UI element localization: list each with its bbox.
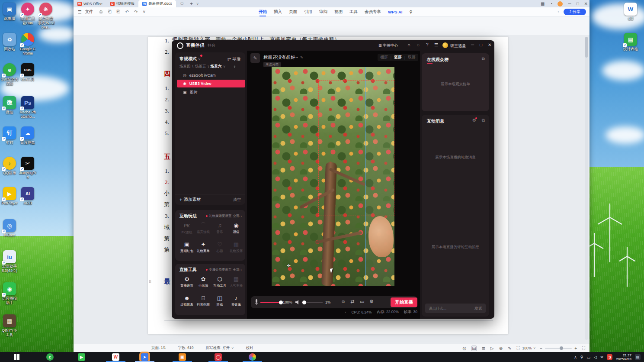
zoom-out-button[interactable]: − bbox=[540, 346, 542, 351]
source-image[interactable]: ▣图片 bbox=[180, 88, 245, 96]
tools-badge[interactable]: 专属会员更新至全部› bbox=[206, 268, 242, 272]
hamburger-icon[interactable]: ☰ bbox=[78, 10, 82, 14]
scrollbar-thumb[interactable] bbox=[585, 37, 588, 58]
split-guide-line[interactable] bbox=[365, 67, 365, 286]
close-button[interactable]: ✕ bbox=[488, 42, 491, 47]
menu-wps-ai[interactable]: WPS AI bbox=[388, 10, 402, 14]
taskbar-video-app[interactable]: ▶ bbox=[78, 353, 85, 361]
desktop-icon-wechat[interactable]: ↗微微信 bbox=[1, 96, 18, 114]
desktop-icon-spreadsheet[interactable]: ↗▤统计表格 bbox=[622, 33, 639, 51]
scrollbar-track[interactable] bbox=[585, 37, 588, 340]
tray-volume-icon[interactable]: ◁ bbox=[594, 355, 597, 359]
taskbar-obs[interactable]: ◯ bbox=[215, 353, 222, 361]
notification-center-icon[interactable]: ▤ bbox=[635, 354, 641, 360]
maximize-button[interactable]: □ bbox=[577, 1, 579, 6]
tab-active-doc[interactable]: W最新搭建.docx bbox=[138, 0, 176, 7]
tab-scene-5[interactable]: 场景五 bbox=[195, 64, 206, 69]
tray-display-icon[interactable]: ▭ bbox=[586, 355, 590, 359]
menu-file[interactable]: 文件 bbox=[85, 9, 93, 15]
start-live-button[interactable]: 开始直播 bbox=[391, 297, 417, 307]
desktop-icon-potplayer[interactable]: ↗▶PotPlayer bbox=[1, 187, 18, 205]
menu-tools[interactable]: 工具 bbox=[349, 9, 358, 15]
read-mode-icon[interactable]: ◎ bbox=[463, 346, 467, 351]
feature-pk-link[interactable]: PKPK连线 bbox=[179, 221, 195, 235]
desktop-icon-aizb[interactable]: ↗AIAIZB bbox=[19, 187, 36, 205]
taskbar-wps[interactable]: W bbox=[112, 353, 119, 361]
fullscreen-icon[interactable]: ⛶ bbox=[582, 346, 585, 351]
proofread[interactable]: 校对 bbox=[246, 346, 253, 351]
help-icon[interactable]: ? bbox=[426, 42, 429, 47]
message-settings-gear-icon[interactable]: ⚙ bbox=[472, 118, 476, 123]
feature-lucky-bag[interactable]: ◉福袋 bbox=[228, 221, 244, 234]
mic-slider[interactable] bbox=[260, 302, 281, 303]
desktop-icon-chrome[interactable]: ↗Google Chrome bbox=[19, 33, 36, 55]
zoom-in-button[interactable]: + bbox=[574, 346, 577, 351]
play-view-icon[interactable]: ▷ bbox=[490, 346, 494, 351]
add-material-button[interactable]: +添加素材 bbox=[179, 197, 201, 203]
bell-icon[interactable]: ◔ bbox=[557, 10, 559, 14]
popout-icon[interactable]: ⧉ bbox=[482, 56, 485, 61]
desktop-icon-jianghu-toolbox[interactable]: ↗✦江湖工具箱Run bbox=[19, 3, 36, 25]
add-scene-button[interactable]: + bbox=[233, 64, 236, 69]
tray-expand-icon[interactable]: ∧ bbox=[574, 355, 577, 359]
desktop-icon-dingtalk[interactable]: ↗钉钉钉 bbox=[1, 126, 18, 145]
clock[interactable]: 21:27 2025/4/28 bbox=[616, 353, 631, 361]
crop-guide-rect[interactable] bbox=[318, 80, 394, 216]
speaker-icon[interactable] bbox=[295, 300, 300, 305]
feature-wish[interactable]: ♡心愿 bbox=[211, 240, 228, 253]
desktop-icon-qinyy[interactable]: ▦QINYY小工具 bbox=[1, 314, 18, 337]
tool-sound-library[interactable]: ♪音效库 bbox=[228, 294, 244, 307]
director-button[interactable]: ⇄导播 bbox=[227, 56, 241, 62]
taskbar-360-browser[interactable]: e bbox=[46, 353, 54, 361]
menu-member[interactable]: 会员专享 bbox=[365, 9, 381, 15]
mirror-flip-icon[interactable]: ⇄ bbox=[350, 299, 354, 304]
tab-template-doc[interactable]: D找稿壳模板 bbox=[106, 0, 139, 7]
zoom-slider[interactable] bbox=[545, 348, 572, 349]
spell-check[interactable]: 拼写检查: 打开 bbox=[205, 346, 230, 351]
feature-red-packet[interactable]: ▣定期红包 bbox=[179, 240, 195, 253]
service-icon[interactable]: ◔ bbox=[550, 1, 552, 6]
tray-sogou-icon[interactable]: S bbox=[607, 354, 612, 360]
search-icon[interactable]: ⚲ bbox=[409, 10, 412, 14]
desktop-icon-broadcast[interactable]: ↗◉语音播报助手 bbox=[1, 282, 18, 305]
feature-music[interactable]: ♫音乐 bbox=[211, 221, 228, 234]
camera-icon[interactable]: ▭ bbox=[360, 299, 364, 304]
audience-title[interactable]: 在线观众榜 bbox=[427, 57, 449, 63]
send-button[interactable]: 发送 bbox=[474, 306, 482, 311]
edit-title-button[interactable]: ✎ bbox=[250, 53, 260, 63]
desktop-icon-uid-doc[interactable]: Wuid bbox=[622, 3, 639, 21]
feature-gift-menu[interactable]: ✦礼物菜单 bbox=[195, 240, 211, 253]
menu-reference[interactable]: 引用 bbox=[304, 9, 312, 15]
tray-mic-icon[interactable]: ⚲ bbox=[580, 355, 583, 359]
chat-input[interactable] bbox=[425, 306, 474, 310]
zoom-slider-knob[interactable] bbox=[560, 346, 563, 350]
mode-select[interactable]: 常规模式˅ bbox=[179, 56, 201, 62]
tool-mini-games[interactable]: ✿小玩法 bbox=[195, 275, 211, 288]
menu-view[interactable]: 视图 bbox=[334, 9, 343, 15]
undo-icon[interactable]: ↶ bbox=[125, 10, 129, 14]
tool-live-settings[interactable]: ⚙直播设置 bbox=[179, 275, 195, 288]
page-view-icon[interactable]: ▤ bbox=[471, 346, 476, 351]
more-chevron-icon[interactable]: ˅ bbox=[143, 10, 145, 14]
chevron-down-icon[interactable]: ˅ bbox=[223, 65, 225, 69]
popout-icon[interactable]: ⧉ bbox=[482, 118, 485, 123]
tray-eq-icon[interactable]: ≍ bbox=[600, 355, 604, 359]
apps-grid-icon[interactable]: ▦ bbox=[541, 1, 545, 6]
minimize-button[interactable]: ─ bbox=[471, 42, 474, 47]
menu-home[interactable]: 开始 bbox=[259, 9, 267, 15]
desktop-icon-baidu-pan[interactable]: ↗☁百度网盘 bbox=[19, 126, 36, 145]
close-button[interactable]: ✕ bbox=[584, 1, 588, 6]
tool-games[interactable]: ◫游戏 bbox=[211, 294, 228, 307]
interact-badge[interactable]: 礼物展馆更新至全部› bbox=[206, 214, 242, 218]
tool-virtual-avatar[interactable]: ☻虚拟形象 bbox=[179, 294, 195, 307]
tab-scene-6[interactable]: 场景六 bbox=[211, 64, 222, 69]
clear-button[interactable]: 清空 bbox=[233, 197, 241, 203]
settings-gear-icon[interactable]: ⚙ bbox=[369, 299, 374, 304]
stream-title[interactable]: 标题还没有想好~✎ bbox=[263, 55, 303, 61]
word-count[interactable]: 字数: 619 bbox=[178, 346, 194, 351]
save-icon[interactable]: ⎙ bbox=[99, 9, 103, 14]
taskbar-color-wheel-app[interactable] bbox=[249, 353, 256, 361]
desktop-icon-obs-tool[interactable]: ↗OBSobs工具 bbox=[19, 63, 36, 81]
tab-scene-4[interactable]: 场景四 bbox=[179, 64, 191, 69]
tool-popularity[interactable]: ▦人气主播 bbox=[228, 275, 244, 288]
